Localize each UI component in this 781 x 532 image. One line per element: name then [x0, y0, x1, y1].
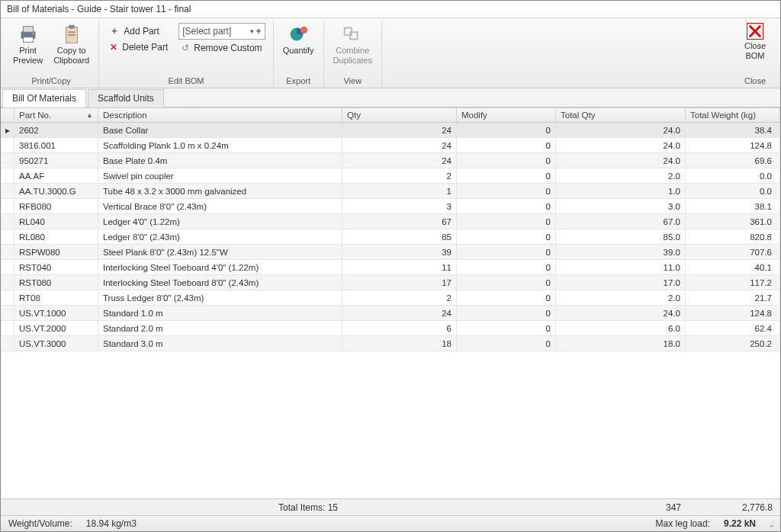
table-row[interactable]: AA.AFSwivel pin coupler202.00.0	[1, 168, 780, 184]
cell-total-weight: 21.7	[686, 290, 780, 305]
cell-total-qty: 85.0	[556, 229, 686, 244]
ribbon-group-export: Quantify Export	[274, 21, 324, 88]
total-items-label: Total Items: 15	[98, 501, 342, 514]
cell-qty[interactable]: 18	[342, 336, 457, 351]
table-row[interactable]: RFB080Vertical Brace 8'0" (2.43m)303.038…	[1, 199, 780, 214]
table-row[interactable]: RL040Ledger 4'0" (1.22m)67067.0361.0	[1, 214, 780, 229]
cell-modify[interactable]: 0	[457, 275, 556, 290]
cell-qty[interactable]: 3	[342, 199, 457, 213]
cell-modify[interactable]: 0	[457, 306, 556, 320]
copy-clipboard-button[interactable]: Copy to Clipboard	[49, 21, 94, 66]
cell-description: Standard 3.0 m	[98, 336, 342, 351]
cell-total-qty: 24.0	[556, 123, 686, 137]
weight-volume-label: Weight/Volume:	[8, 518, 72, 529]
table-row[interactable]: US.VT.2000Standard 2.0 m606.062.4	[1, 321, 780, 336]
cell-qty[interactable]: 85	[342, 229, 457, 244]
combine-duplicates-button[interactable]: Combine Duplicates	[329, 21, 377, 66]
remove-custom-button[interactable]: ↺ Remove Custom	[178, 41, 265, 55]
close-bom-button[interactable]: Close BOM	[738, 21, 773, 62]
cell-modify[interactable]: 0	[457, 336, 556, 351]
cell-modify[interactable]: 0	[457, 260, 556, 274]
col-modify[interactable]: Modify	[457, 108, 556, 122]
cell-description: Swivel pin coupler	[98, 168, 342, 183]
cell-qty[interactable]: 39	[342, 245, 457, 259]
table-row[interactable]: US.VT.1000Standard 1.0 m24024.0124.8	[1, 306, 780, 321]
cell-qty[interactable]: 24	[342, 153, 457, 168]
max-leg-label: Max leg load:	[656, 518, 710, 529]
cell-qty[interactable]: 24	[342, 306, 457, 320]
cell-modify[interactable]: 0	[457, 184, 556, 198]
svg-rect-5	[69, 25, 75, 29]
cell-qty[interactable]: 24	[342, 138, 457, 152]
cell-qty[interactable]: 2	[342, 290, 457, 305]
col-total-qty[interactable]: Total Qty	[556, 108, 686, 122]
combine-icon	[341, 23, 364, 46]
cell-qty[interactable]: 24	[342, 123, 457, 137]
cell-total-weight: 124.8	[686, 138, 780, 152]
cell-modify[interactable]: 0	[457, 168, 556, 183]
row-indicator	[1, 153, 14, 168]
cell-modify[interactable]: 0	[457, 229, 556, 244]
ribbon-group-label: Edit BOM	[104, 75, 268, 88]
table-row[interactable]: RSPW080Steel Plank 8'0" (2.43m) 12.5"W39…	[1, 245, 780, 260]
table-row[interactable]: RL080Ledger 8'0" (2.43m)85085.0820.8	[1, 229, 780, 245]
row-indicator	[1, 184, 14, 198]
tab-bom[interactable]: Bill Of Materials	[2, 89, 86, 107]
cell-total-qty: 18.0	[556, 336, 686, 351]
status-bar: Weight/Volume: 18.94 kg/m3 Max leg load:…	[1, 515, 780, 531]
cell-description: Standard 1.0 m	[98, 306, 342, 320]
svg-point-3	[32, 33, 34, 34]
tab-scaffold-units[interactable]: Scaffold Units	[88, 89, 164, 107]
col-qty[interactable]: Qty	[342, 108, 457, 122]
col-total-weight[interactable]: Total Weight (kg)	[686, 108, 780, 122]
cell-modify[interactable]: 0	[457, 138, 556, 152]
add-part-button[interactable]: ＋ Add Part	[107, 23, 171, 39]
cell-qty[interactable]: 67	[342, 214, 457, 229]
grid-body[interactable]: ▸2602Base Collar24024.038.43816.001Scaff…	[1, 123, 780, 498]
x-icon: ✕	[110, 42, 117, 53]
delete-part-button[interactable]: ✕ Delete Part	[107, 40, 171, 54]
table-row[interactable]: RT08Truss Ledger 8'0" (2.43m)202.021.7	[1, 290, 780, 306]
cell-qty[interactable]: 17	[342, 275, 457, 290]
cell-qty[interactable]: 6	[342, 321, 457, 335]
cell-part-no: AA.AF	[14, 168, 98, 183]
window-title: Bill of Materials - Guide - Stair tower …	[1, 1, 780, 18]
cell-total-weight: 38.1	[686, 199, 780, 213]
svg-rect-7	[68, 34, 75, 36]
print-preview-button[interactable]: Print Preview	[8, 21, 47, 66]
cell-modify[interactable]: 0	[457, 214, 556, 229]
cell-modify[interactable]: 0	[457, 199, 556, 213]
plus-icon: ＋	[110, 24, 119, 37]
cell-part-no: US.VT.1000	[14, 306, 98, 320]
cell-part-no: RST080	[14, 275, 98, 290]
cell-total-qty: 2.0	[556, 290, 686, 305]
resize-grip-icon[interactable]: ..:	[770, 518, 773, 529]
cell-description: Tube 48 x 3.2 x 3000 mm galvanized	[98, 184, 342, 198]
table-row[interactable]: US.VT.3000Standard 3.0 m18018.0250.2	[1, 336, 780, 351]
ribbon-group-edit: ＋ Add Part ✕ Delete Part [Select part] ▾…	[99, 21, 273, 88]
quantify-button[interactable]: Quantify	[278, 21, 319, 57]
select-part-dropdown[interactable]: [Select part] ▾ +	[178, 23, 265, 40]
cell-description: Interlocking Steel Toeboard 8'0" (2.43m)	[98, 275, 342, 290]
cell-modify[interactable]: 0	[457, 245, 556, 259]
cell-qty[interactable]: 2	[342, 168, 457, 183]
cell-qty[interactable]: 11	[342, 260, 457, 274]
cell-modify[interactable]: 0	[457, 290, 556, 305]
cell-modify[interactable]: 0	[457, 321, 556, 335]
cell-total-qty: 2.0	[556, 168, 686, 183]
table-row[interactable]: ▸2602Base Collar24024.038.4	[1, 123, 780, 138]
col-description[interactable]: Description	[98, 108, 342, 122]
table-row[interactable]: 3816.001Scaffolding Plank 1.0 m x 0.24m2…	[1, 138, 780, 153]
table-row[interactable]: AA.TU.3000.GTube 48 x 3.2 x 3000 mm galv…	[1, 184, 780, 199]
table-row[interactable]: 950271Base Plate 0.4m24024.069.6	[1, 153, 780, 168]
clipboard-icon	[60, 23, 83, 46]
row-indicator	[1, 199, 14, 213]
cell-modify[interactable]: 0	[457, 153, 556, 168]
cell-qty[interactable]: 1	[342, 184, 457, 198]
table-row[interactable]: RST080Interlocking Steel Toeboard 8'0" (…	[1, 275, 780, 290]
grid: Part No. ▲ Description Qty Modify Total …	[1, 107, 780, 515]
table-row[interactable]: RST040Interlocking Steel Toeboard 4'0" (…	[1, 260, 780, 275]
row-indicator	[1, 245, 14, 259]
col-part-no[interactable]: Part No. ▲	[14, 108, 98, 122]
cell-modify[interactable]: 0	[457, 123, 556, 137]
